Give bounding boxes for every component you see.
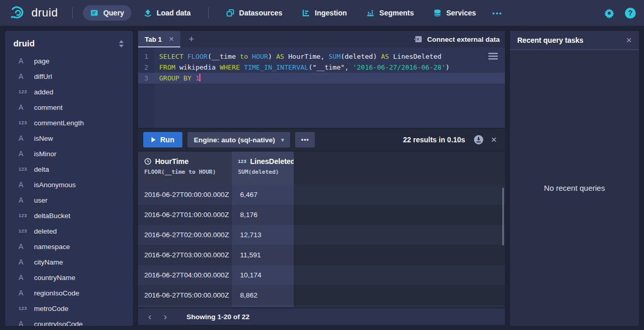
linesdeleted-cell[interactable]: 6,467 [232,185,294,205]
run-toolbar: Run Engine: auto (sql-native) ▾ ••• 22 r… [138,129,505,151]
column-name: namespace [34,243,70,251]
partial-row [138,305,505,307]
result-row[interactable]: 2016-06-27T05:00:00.000Z8,862 [138,285,505,305]
row-empty-area [294,285,505,305]
sidebar-column-delta[interactable]: 123delta [5,161,133,177]
sidebar-column-cityName[interactable]: AcityName [5,254,133,270]
nav-item-query[interactable]: Query [83,5,131,21]
tab-1[interactable]: Tab 1 × [138,31,180,47]
tasks-panel-title: Recent query tasks [517,36,583,44]
hourtime-cell[interactable]: 2016-06-27T05:00:00.000Z [138,285,232,305]
editor-menu-icon[interactable] [488,53,498,62]
column-header-linesdeleted[interactable]: 123 LinesDeleted SUM(deleted) [232,152,294,185]
linesdeleted-cell[interactable]: 8,862 [232,285,294,305]
datasource-columns-panel: druid ApageAdiffUrl123addedAcomment123co… [5,31,133,326]
line-number: 2 [138,62,155,73]
result-row[interactable]: 2016-06-27T02:00:00.000Z12,713 [138,225,505,245]
code-text: SELECT FLOOR(__time to HOUR) AS HourTime… [159,51,442,62]
line-number: 3 [138,73,155,84]
upload-arrow-icon [144,9,152,17]
column-header-hourtime[interactable]: HourTime FLOOR(__time to HOUR) [138,152,232,185]
number-type-icon: 123 [238,159,247,164]
sidebar-column-isNew[interactable]: AisNew [5,130,133,146]
close-tasks-panel-icon[interactable]: × [626,35,632,46]
hourtime-cell[interactable]: 2016-06-27T02:00:00.000Z [138,225,232,245]
column-name: regionIsoCode [34,289,79,297]
sidebar-column-commentLength[interactable]: 123commentLength [5,115,133,130]
code-line-1[interactable]: 1SELECT FLOOR(__time to HOUR) AS HourTim… [138,51,505,62]
text-cursor [199,74,200,81]
navbar-divider [208,7,209,19]
column-expression: SUM(deleted) [238,169,294,175]
linesdeleted-cell[interactable]: 10,174 [232,265,294,285]
connect-external-data-icon [414,35,422,43]
nav-item-datasources[interactable]: Datasources [219,5,290,21]
sidebar-column-diffUrl[interactable]: AdiffUrl [5,69,133,84]
hourtime-cell[interactable]: 2016-06-27T00:00:00.000Z [138,185,232,205]
engine-select[interactable]: Engine: auto (sql-native) ▾ [188,132,290,147]
row-empty-area [294,185,505,205]
sidebar-column-page[interactable]: Apage [5,53,133,69]
string-type-icon: A [19,150,34,158]
navbar-divider [72,7,73,19]
hourtime-cell[interactable]: 2016-06-27T04:00:00.000Z [138,265,232,285]
query-more-button[interactable]: ••• [295,132,315,147]
result-row[interactable]: 2016-06-27T04:00:00.000Z10,174 [138,265,505,285]
prev-page-icon[interactable]: ‹ [142,311,158,322]
sidebar-column-user[interactable]: Auser [5,192,133,208]
sidebar-column-countryIsoCode[interactable]: AcountryIsoCode [5,316,133,326]
sidebar-column-metroCode[interactable]: 123metroCode [5,301,133,316]
result-row[interactable]: 2016-06-27T01:00:00.000Z8,176 [138,205,505,225]
sort-columns-icon[interactable] [118,40,125,48]
linesdeleted-cell[interactable]: 11,591 [232,245,294,265]
sidebar-column-regionIsoCode[interactable]: AregionIsoCode [5,285,133,301]
druid-brand[interactable]: druid [8,5,58,21]
sidebar-column-comment[interactable]: Acomment [5,100,133,115]
run-button[interactable]: Run [143,132,182,147]
tab-label: Tab 1 [145,36,162,43]
code-line-3[interactable]: 3GROUP BY 1 [138,73,505,84]
row-empty-area [294,205,505,225]
string-type-icon: A [19,289,34,297]
sql-editor[interactable]: 1SELECT FLOOR(__time to HOUR) AS HourTim… [138,47,505,128]
column-name: isNew [34,135,53,142]
result-row[interactable]: 2016-06-27T00:00:00.000Z6,467 [138,185,505,205]
code-line-2[interactable]: 2FROM wikipedia WHERE TIME_IN_INTERVAL("… [138,62,505,73]
close-results-icon[interactable]: × [491,134,497,145]
nav-more-button[interactable]: ••• [488,6,507,20]
sidebar-column-added[interactable]: 123added [5,84,133,100]
ingestion-icon [302,9,310,17]
recent-query-tasks-panel: Recent query tasks × No recent queries [510,31,639,326]
results-pagination: ‹ › Showing 1-20 of 22 [138,308,505,325]
nav-item-load-data[interactable]: Load data [137,5,198,21]
add-tab-button[interactable]: + [189,34,194,45]
string-type-icon: A [19,273,34,282]
number-type-icon: 123 [19,167,34,172]
hourtime-cell[interactable]: 2016-06-27T03:00:00.000Z [138,245,232,265]
sidebar-column-namespace[interactable]: Anamespace [5,239,133,254]
tab-close-icon[interactable]: × [169,35,174,44]
next-page-icon[interactable]: › [158,311,173,322]
settings-gear-icon[interactable] [604,8,615,19]
linesdeleted-cell[interactable]: 8,176 [232,205,294,225]
download-results-icon[interactable] [473,135,484,145]
help-icon[interactable]: ? [625,8,636,19]
string-type-icon: A [19,242,34,251]
nav-item-ingestion[interactable]: Ingestion [295,5,354,21]
connect-external-data-button[interactable]: Connect external data [414,35,500,43]
sidebar-column-countryName[interactable]: AcountryName [5,270,133,285]
sidebar-column-isAnonymous[interactable]: AisAnonymous [5,177,133,192]
result-row[interactable]: 2016-06-27T03:00:00.000Z11,591 [138,245,505,265]
column-name: countryName [34,274,75,282]
linesdeleted-cell[interactable]: 12,713 [232,225,294,245]
services-database-icon [433,9,442,17]
hourtime-cell[interactable]: 2016-06-27T01:00:00.000Z [138,205,232,225]
nav-item-services[interactable]: Services [426,5,483,21]
sidebar-column-deleted[interactable]: 123deleted [5,223,133,239]
sidebar-column-isMinor[interactable]: AisMinor [5,146,133,161]
nav-item-segments[interactable]: Segments [359,5,421,21]
results-scrollbar[interactable] [502,188,504,245]
datasource-header[interactable]: druid [5,31,133,53]
sidebar-column-deltaBucket[interactable]: 123deltaBucket [5,208,133,223]
datasources-icon [226,9,234,17]
